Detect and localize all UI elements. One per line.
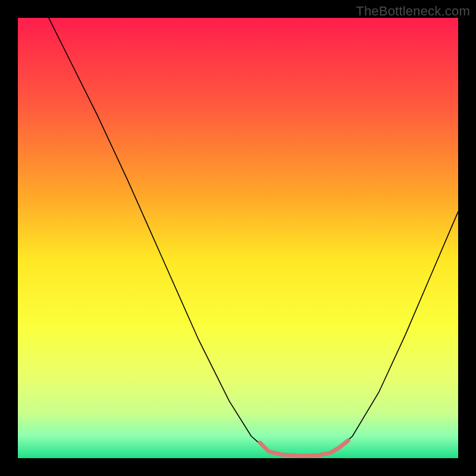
watermark-text: TheBottleneck.com bbox=[356, 4, 470, 19]
plot-area bbox=[18, 18, 458, 458]
chart-svg bbox=[18, 18, 458, 458]
chart-frame: TheBottleneck.com bbox=[0, 0, 476, 476]
gradient-background bbox=[18, 18, 458, 458]
